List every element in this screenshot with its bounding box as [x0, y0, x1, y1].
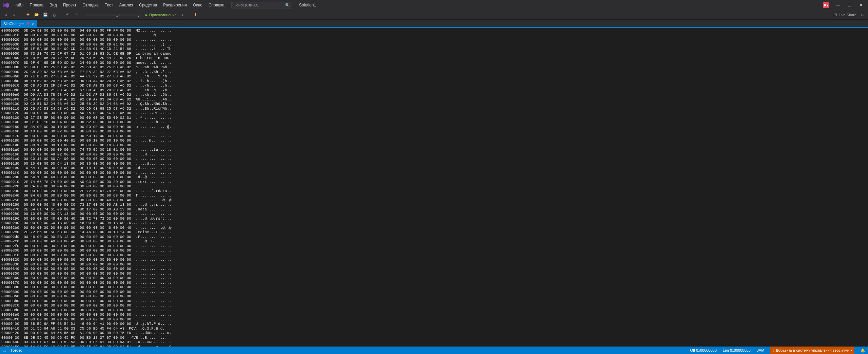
- notifications-icon[interactable]: 🔔: [861, 348, 865, 353]
- config-combo[interactable]: [86, 14, 120, 16]
- status-offset: Off 0x00000000: [690, 348, 717, 352]
- hex-line: 000002d0 00 46 00 00 00 EB 13 00 00 00 0…: [1, 235, 867, 240]
- nav-back-button[interactable]: ◄: [2, 11, 9, 19]
- hex-line: 00000000 5D 5A 90 00 03 00 00 00 04 00 0…: [1, 29, 867, 33]
- hex-line: 000002c0 2E 72 65 6C 6F 63 00 00 14 46 0…: [1, 230, 867, 235]
- document-tabs: SlipChanger 📌 ✕: [0, 20, 868, 27]
- hex-editor[interactable]: 00000000 5D 5A 90 00 03 00 00 00 04 00 0…: [0, 28, 868, 347]
- menu-item-6[interactable]: Анализ: [117, 1, 136, 9]
- hex-line: 000000a0 D3 7E D5 D2 27 68 A6 D2 4A CE 3…: [1, 74, 867, 79]
- maximize-button[interactable]: ▢: [844, 1, 855, 10]
- menu-item-9[interactable]: Окно: [190, 1, 205, 9]
- hex-line: 00000400 55 8B EC 6A FF 68 54 D1 46 00 6…: [1, 322, 867, 327]
- hex-line: 000000e0 96 D9 AA D3 78 68 A6 D2 31 D3 A…: [1, 93, 867, 97]
- hex-line: 00000440 83 44 B1 C7 00 3D 52 53 00 E8 E…: [1, 340, 867, 345]
- menu-item-3[interactable]: Проект: [60, 1, 79, 9]
- hex-line: 000001f0 00 00 00 00 00 00 00 00 00 00 0…: [1, 171, 867, 175]
- menu-item-10[interactable]: Справка: [206, 1, 227, 9]
- hex-line: 00000450 00 64 81 EC 10 00 EA 8B 83 75 A…: [1, 345, 867, 347]
- menu-item-4[interactable]: Отладка: [80, 1, 101, 9]
- menu-item-8[interactable]: Расширения: [160, 1, 190, 9]
- hex-line: 00000370 00 00 00 00 00 00 00 00 00 00 0…: [1, 281, 867, 285]
- hex-line: 000000c0 DD C8 AD D3 2F 68 A6 D2 DD C8 A…: [1, 83, 867, 88]
- hex-line: 000000b0 08 18 69 D2 20 68 A6 D2 DD C8 A…: [1, 79, 867, 84]
- close-button[interactable]: ✕: [855, 1, 867, 10]
- step-button[interactable]: ⬇: [192, 11, 199, 19]
- menu-item-1[interactable]: Правка: [27, 1, 46, 9]
- scm-icon: ↑: [772, 348, 774, 352]
- window-controls: — ▢ ✕: [832, 1, 867, 10]
- search-icon: 🔍: [285, 3, 290, 7]
- undo-button[interactable]: ↶: [64, 11, 71, 19]
- hex-line: 00000320 00 00 00 00 00 00 00 00 00 00 0…: [1, 258, 867, 262]
- hex-line: 000002e0 00 00 00 00 40 00 00 42 00 00 0…: [1, 239, 867, 244]
- toolbar: ◄ ► ✚ 📂 💾 ⎙ ↶ ↷ Присоединение… ▾ ⬇ ⮹ Liv…: [0, 10, 868, 20]
- hex-line: 000001d0 00 10 00 00 00 64 13 00 00 80 0…: [1, 162, 867, 166]
- hex-line: 00000040 0E 1F BA 0E 00 B4 09 CD 21 B8 0…: [1, 47, 867, 52]
- hex-line: 000002a0 00 00 00 00 C0 13 00 00 46 00 0…: [1, 221, 867, 226]
- menu-item-5[interactable]: Тест: [102, 1, 116, 9]
- hex-line: 00000310 00 00 00 00 00 00 00 00 00 00 0…: [1, 253, 867, 258]
- source-control-button[interactable]: ↑ Добавить в систему управления версиями…: [770, 347, 854, 354]
- hex-line: 00000230 00 00 00 00 20 00 00 60 2E 72 6…: [1, 189, 867, 194]
- hex-line: 000001a0 00 00 00 00 00 00 00 00 74 75 0…: [1, 148, 867, 152]
- hex-line: 00000390 00 00 00 00 00 00 00 00 00 00 0…: [1, 290, 867, 295]
- hex-line: 00000090 2C C8 3D D2 53 68 A6 D2 F7 EA 3…: [1, 70, 867, 75]
- hex-line: 000000f0 25 68 AF D2 85 69 A6 D2 92 C9 A…: [1, 97, 867, 102]
- hex-line: 00000270 2E 64 61 74 61 00 00 00 BC 17 0…: [1, 207, 867, 212]
- open-button[interactable]: 📂: [33, 11, 40, 19]
- live-share-button[interactable]: ⮹ Live Share: [833, 13, 856, 17]
- save-button[interactable]: 💾: [42, 11, 49, 19]
- menu-item-0[interactable]: Файл: [11, 1, 26, 9]
- search-box[interactable]: Поиск (Ctrl+Q) 🔍: [231, 2, 292, 8]
- hex-line: 00000030 00 00 00 00 00 00 00 00 00 00 0…: [1, 42, 867, 47]
- hex-line: 00000430 8B 5E 56 45 00 C6 45 FC 00 E0 1…: [1, 336, 867, 340]
- hex-line: 00000010 B8 00 00 00 00 00 00 00 40 00 0…: [1, 33, 867, 38]
- hex-line: 000003e0 00 00 00 00 00 00 00 00 00 00 0…: [1, 313, 867, 317]
- minimize-button[interactable]: —: [832, 1, 844, 10]
- close-tab-icon[interactable]: ✕: [32, 22, 35, 26]
- hex-line: 00000360 00 00 00 00 00 00 00 00 00 00 0…: [1, 276, 867, 281]
- hex-line: 000003b0 00 00 00 00 00 00 00 00 00 00 0…: [1, 299, 867, 304]
- user-badge[interactable]: KY: [823, 2, 829, 8]
- main-menu: ФайлПравкаВидПроектОтладкаТестАнализСред…: [11, 1, 227, 9]
- hex-line: 00000070 6D 6F 64 65 2E 0D 0D 0A 24 00 0…: [1, 61, 867, 66]
- hex-line: 00000130 A5 27 5E 5F 00 00 00 00 00 00 0…: [1, 116, 867, 120]
- start-debug-button[interactable]: Присоединение… ▾: [143, 12, 186, 18]
- hex-line: 000001e0 10 64 13 00 00 00 00 00 0F 1D 1…: [1, 166, 867, 171]
- hex-line: 00000020 00 00 00 00 00 00 00 00 00 00 0…: [1, 38, 867, 42]
- status-output-icon[interactable]: ▭: [3, 348, 6, 353]
- hex-line: 00000140 0B 01 0E 10 00 CA 00 00 00 62 0…: [1, 120, 867, 125]
- menu-item-7[interactable]: Средства: [136, 1, 160, 9]
- hex-line: 000002b0 00 00 00 00 00 00 00 00 00 00 0…: [1, 226, 867, 230]
- hex-line: 00000150 6F 8A 00 00 00 10 00 00 00 E0 0…: [1, 125, 867, 130]
- hex-line: 00000210 2E 74 65 78 74 00 00 00 A0 C3 0…: [1, 180, 867, 185]
- hex-line: 00000280 00 10 00 00 00 9A 13 00 00 00 0…: [1, 212, 867, 217]
- hex-line: 00000340 00 00 00 00 00 00 00 00 00 00 0…: [1, 267, 867, 272]
- statusbar: ▭ Готово Off 0x00000000 Len 0x00000000 3…: [0, 347, 868, 354]
- hex-line: 00000410 50 51 56 64 A8 51 00 33 C5 50 B…: [1, 327, 867, 331]
- search-placeholder: Поиск (Ctrl+Q): [234, 3, 258, 7]
- nav-forward-button[interactable]: ►: [11, 11, 18, 19]
- hex-line: 000003a0 00 00 00 00 00 00 00 00 00 00 0…: [1, 294, 867, 299]
- tab-slipchanger[interactable]: SlipChanger 📌 ✕: [1, 20, 37, 27]
- hex-line: 00000190 00 00 10 00 00 10 00 00 00 00 0…: [1, 143, 867, 148]
- hex-line: 00000380 00 00 00 00 00 00 00 00 00 00 0…: [1, 285, 867, 290]
- live-share-icon: ⮹: [833, 13, 837, 17]
- hex-line: 00000120 00 00 00 00 00 00 00 00 50 45 0…: [1, 111, 867, 116]
- hex-line: 000000d0 DD C8 AF D3 21 68 A6 D2 67 D8 A…: [1, 88, 867, 93]
- pin-icon[interactable]: 📌: [26, 22, 30, 25]
- feedback-button[interactable]: ☺: [859, 11, 866, 19]
- new-item-button[interactable]: ✚: [24, 11, 32, 19]
- hex-line: 00000240 66 B4 08 00 00 E0 00 00 00 B6 0…: [1, 193, 867, 198]
- hex-line: 000003c0 00 00 00 00 00 00 00 00 00 00 0…: [1, 303, 867, 308]
- hex-line: 00000100 92 C9 51 D2 24 68 A6 D2 25 68 3…: [1, 102, 867, 107]
- hex-line: 00000420 00 00 00 00 64 55 55 6F A1 06 0…: [1, 331, 867, 336]
- redo-button[interactable]: ↷: [73, 11, 80, 19]
- save-all-button[interactable]: ⎙: [51, 11, 58, 19]
- hex-line: 00000170 06 00 00 00 00 00 00 00 00 60 1…: [1, 134, 867, 139]
- platform-combo[interactable]: [121, 14, 141, 16]
- menu-item-2[interactable]: Вид: [47, 1, 60, 9]
- hex-line: 00000080 61 09 C8 81 25 68 A6 D2 25 68 A…: [1, 65, 867, 70]
- hex-line: 000001c0 00 C0 13 00 80 A4 00 00 00 00 0…: [1, 157, 867, 162]
